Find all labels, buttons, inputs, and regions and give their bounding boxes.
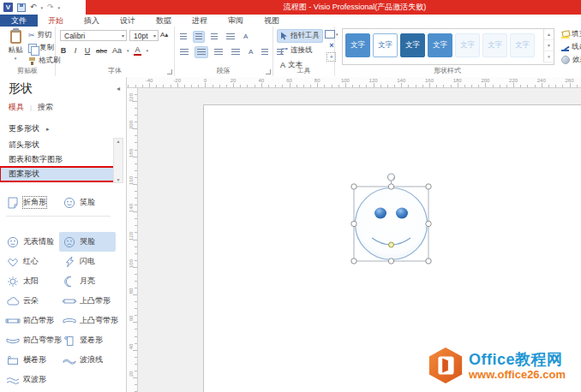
align-left-button[interactable] bbox=[177, 46, 191, 58]
font-family-combo[interactable]: Calibri▾ bbox=[60, 30, 127, 41]
strikethrough-button[interactable]: abc bbox=[96, 47, 107, 55]
ribbon-curved-front-icon bbox=[5, 335, 21, 347]
align-bottom-button[interactable] bbox=[208, 31, 220, 43]
tab-设计[interactable]: 设计 bbox=[110, 15, 146, 27]
shape-item-ribbon-curved-up[interactable]: 上凸弯带形 bbox=[59, 311, 116, 330]
shape-item-ribbon-front[interactable]: 前凸带形 bbox=[3, 311, 59, 330]
shape-item-vertical-scroll[interactable]: 竖卷形 bbox=[59, 330, 116, 350]
tab-审阅[interactable]: 审阅 bbox=[218, 15, 254, 27]
tab-插入[interactable]: 插入 bbox=[74, 15, 110, 27]
shape-item-label: 哭脸 bbox=[80, 236, 95, 247]
shape-item-wave[interactable]: 波浪线 bbox=[59, 350, 116, 370]
shape-item-label: 无表情脸 bbox=[23, 236, 54, 247]
justify-icon bbox=[231, 49, 240, 56]
align-middle-button[interactable] bbox=[193, 31, 205, 43]
style-swatch-solid[interactable]: 文字 bbox=[428, 33, 452, 57]
gallery-scroll-up-icon[interactable]: ▲ bbox=[544, 29, 554, 40]
font-color-button[interactable]: A bbox=[134, 45, 141, 56]
justify-button[interactable] bbox=[229, 46, 243, 58]
shape-style-swatches: 文字文字文字文字文字文字文字 bbox=[345, 33, 535, 57]
text-direction-button[interactable]: A bbox=[241, 30, 250, 43]
shape-item-cloud[interactable]: 云朵 bbox=[3, 291, 59, 311]
text-block-button[interactable]: A bbox=[246, 45, 255, 58]
shape-item-smiley-face[interactable]: 笑脸 bbox=[59, 193, 116, 212]
shape-item-label: 上凸带形 bbox=[80, 295, 111, 306]
paste-button[interactable]: 粘贴 ▾ bbox=[3, 29, 27, 65]
delete-button[interactable]: × bbox=[329, 42, 333, 49]
font-dialog-launcher-icon[interactable] bbox=[167, 69, 172, 74]
more-shapes-button[interactable]: 更多形状 ▸ bbox=[9, 123, 50, 134]
align-top-button[interactable] bbox=[177, 31, 189, 43]
shape-item-moon[interactable]: 月亮 bbox=[59, 271, 116, 291]
tab-开始[interactable]: 开始 bbox=[38, 15, 74, 27]
group-shape-styles: 文字文字文字文字文字文字文字 ▲ ▼ ▾ 填充 线条 效果 形状样式 bbox=[335, 27, 581, 76]
shape-item-horizontal-scroll[interactable]: 横卷形 bbox=[3, 350, 59, 370]
shape-item-ribbon-curved-front[interactable]: 前凸弯带形 bbox=[3, 330, 59, 350]
font-size-value: 10pt bbox=[134, 32, 148, 40]
shape-item-folded-corner[interactable]: 折角形 bbox=[3, 193, 59, 212]
tab-stencils[interactable]: 模具 bbox=[9, 102, 24, 113]
tab-search[interactable]: 搜索 bbox=[38, 102, 53, 113]
style-swatch-faint[interactable]: 文字 bbox=[510, 33, 535, 57]
change-case-button[interactable]: Aa bbox=[112, 46, 122, 55]
style-swatch-dark[interactable]: 文字 bbox=[400, 33, 425, 57]
tab-视图[interactable]: 视图 bbox=[254, 15, 290, 27]
scroll-down-icon[interactable]: ▼ bbox=[117, 177, 121, 182]
connector-tool-button[interactable]: 连接线 bbox=[277, 44, 323, 57]
tab-file[interactable]: 文件 bbox=[0, 15, 38, 27]
bullets-button[interactable] bbox=[224, 31, 237, 43]
panel-collapse-icon[interactable]: ◂ bbox=[117, 85, 120, 92]
fill-label: 填充 bbox=[572, 29, 581, 39]
scroll-up-icon[interactable]: ▲ bbox=[117, 139, 121, 144]
stencil-item[interactable]: 图表和数字图形 bbox=[0, 152, 115, 167]
mouth-control-handle[interactable] bbox=[389, 242, 394, 247]
style-swatch-faint[interactable]: 文字 bbox=[482, 33, 507, 57]
font-group-label: 字体 bbox=[56, 66, 174, 75]
grow-font-icon[interactable]: A▴ bbox=[160, 31, 168, 39]
shape-item-sad-face[interactable]: 哭脸 bbox=[59, 232, 116, 252]
font-size-combo[interactable]: 10pt▾ bbox=[129, 30, 159, 41]
paste-icon bbox=[10, 30, 21, 44]
shape-item-heart[interactable]: 红心 bbox=[3, 252, 59, 271]
rotation-handle[interactable] bbox=[388, 174, 395, 181]
pointer-tool-label: 指针工具 bbox=[290, 31, 320, 41]
paragraph-dialog-launcher-icon[interactable] bbox=[266, 69, 271, 74]
smiley-face[interactable] bbox=[356, 188, 428, 260]
fill-button[interactable]: 填充 bbox=[561, 29, 581, 39]
shape-item-label: 云朵 bbox=[23, 295, 39, 306]
shape-styles-group-label: 形状样式 bbox=[342, 66, 553, 75]
shape-item-double-wave[interactable]: 双波形 bbox=[3, 370, 59, 389]
align-right-button[interactable] bbox=[212, 46, 225, 58]
shape-item-lightning[interactable]: 闪电 bbox=[59, 252, 116, 271]
style-swatch-solid[interactable]: 文字 bbox=[345, 33, 370, 57]
effects-icon bbox=[561, 56, 570, 64]
bold-button[interactable]: B bbox=[60, 46, 67, 55]
stencil-item[interactable]: 图案形状 bbox=[0, 167, 115, 181]
ribbon-front-icon bbox=[5, 315, 21, 327]
italic-button[interactable]: I bbox=[72, 46, 79, 55]
shape-item-ribbon-up[interactable]: 上凸带形 bbox=[59, 291, 116, 311]
tab-数据[interactable]: 数据 bbox=[146, 15, 182, 27]
pointer-tool-button[interactable]: 指针工具 bbox=[277, 29, 323, 43]
underline-button[interactable]: U bbox=[84, 46, 91, 55]
line-button[interactable]: 线条 bbox=[561, 42, 581, 52]
decrease-indent-button[interactable] bbox=[259, 46, 271, 58]
group-font: Calibri▾ 10pt▾ A▴ B I U abc Aa ▾ A ▾ 字体 bbox=[56, 27, 175, 76]
shape-item-neutral-face[interactable]: 无表情脸 bbox=[3, 232, 59, 252]
effects-button[interactable]: 效果 bbox=[561, 55, 581, 65]
style-swatch-faint[interactable]: 文字 bbox=[455, 33, 480, 57]
shape-item-label: 笑脸 bbox=[80, 197, 95, 208]
stencil-item[interactable]: 箭头形状 bbox=[0, 138, 115, 152]
shape-item-label: 前凸带形 bbox=[23, 315, 54, 326]
case-dropdown-icon: ▾ bbox=[127, 48, 129, 53]
style-swatch-outline[interactable]: 文字 bbox=[373, 33, 398, 57]
gallery-scroll-down-icon[interactable]: ▼ bbox=[544, 40, 554, 51]
shape-item-sun[interactable]: 太阳 bbox=[3, 271, 59, 291]
tab-进程[interactable]: 进程 bbox=[182, 15, 218, 27]
align-center-button[interactable] bbox=[195, 46, 208, 58]
shapes-panel-title: 形状 bbox=[9, 81, 33, 97]
stencil-scrollbar[interactable]: ▲ ▼ bbox=[113, 138, 123, 183]
group-clipboard: 粘贴 ▾ ✂剪切 复制 格式刷 剪贴板 bbox=[0, 27, 56, 76]
align-center-icon bbox=[197, 49, 206, 56]
gallery-more-icon[interactable]: ▾ bbox=[544, 51, 554, 62]
